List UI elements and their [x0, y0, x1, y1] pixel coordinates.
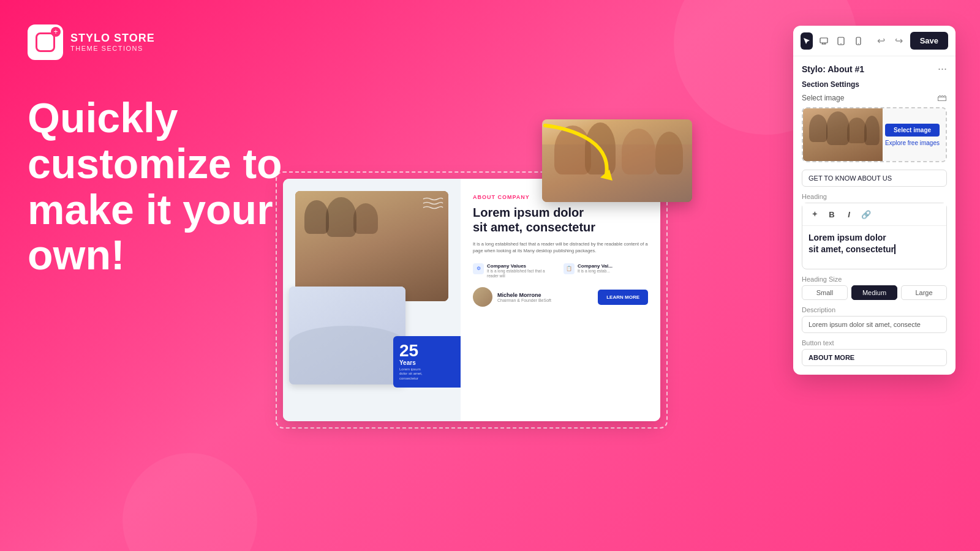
features-row: ⚙ Company Values It is a long establishe…: [473, 263, 648, 279]
select-image-label: Select image: [802, 94, 844, 102]
redo-button[interactable]: ↪: [892, 32, 905, 49]
button-text-label: Button text: [793, 339, 956, 349]
desktop-icon[interactable]: [818, 32, 830, 50]
panel-toolbar: ↩ ↪ Save: [793, 26, 956, 56]
preview-left: 25 Years Lorem ipsumdolor sit amet,conse…: [283, 179, 461, 421]
size-large-button[interactable]: Large: [901, 285, 947, 300]
preview-card: 25 Years Lorem ipsumdolor sit amet,conse…: [283, 179, 660, 421]
yellow-arrow: [533, 119, 619, 195]
heading-label: Heading: [793, 193, 956, 203]
select-image-row: Select image 🗃: [793, 92, 956, 107]
mobile-icon[interactable]: [852, 32, 864, 50]
italic-button[interactable]: I: [842, 207, 856, 222]
size-medium-button[interactable]: Medium: [851, 285, 897, 300]
database-icon: 🗃: [937, 92, 947, 103]
feature-item-1: ⚙ Company Values It is a long establishe…: [473, 263, 557, 279]
save-button[interactable]: Save: [910, 32, 948, 50]
magic-icon[interactable]: ✦: [807, 207, 822, 222]
link-button[interactable]: 🔗: [859, 207, 873, 222]
logo-text: STYLO STORE THEME SECTIONS: [70, 32, 155, 52]
button-text-input[interactable]: ABOUT MORE: [802, 349, 947, 366]
image-upload-inner: Select image Explore free images: [803, 108, 946, 161]
person-avatar: [473, 287, 492, 307]
upload-photo-strip: [803, 108, 883, 161]
description-input[interactable]: Lorem ipsum dolor sit amet, consecte: [802, 316, 947, 333]
people-group-image: [295, 191, 448, 301]
bold-button[interactable]: B: [824, 207, 839, 222]
feature-icon-1: ⚙: [473, 263, 484, 274]
heading-editor[interactable]: ✦ B I 🔗 Lorem ipsum dolorsit amet, conse…: [802, 203, 947, 269]
description-label: Description: [793, 306, 956, 316]
preview-image-top: [295, 191, 448, 301]
settings-panel: ↩ ↪ Save Stylo: About #1 ··· Section Set…: [793, 26, 956, 375]
person-row: Michele Morrone Chairman & Founder BeSof…: [473, 287, 648, 307]
preview-image-bottom-fill: [289, 287, 405, 384]
undo-button[interactable]: ↩: [875, 32, 888, 49]
photo-people: [803, 108, 883, 161]
heading-size-row: Small Medium Large: [793, 285, 956, 306]
panel-more-button[interactable]: ···: [938, 62, 947, 75]
tablet-icon[interactable]: [835, 32, 847, 50]
learn-more-button[interactable]: LEARN MORE: [598, 290, 648, 305]
svg-rect-1: [820, 38, 827, 43]
section-settings-label: Section Settings: [793, 75, 956, 92]
preview-container: 25 Years Lorem ipsumdolor sit amet,conse…: [276, 171, 668, 429]
years-badge: 25 Years Lorem ipsumdolor sit amet,conse…: [393, 336, 461, 388]
person-info: Michele Morrone Chairman & Founder BeSof…: [497, 292, 551, 302]
panel-header: Stylo: About #1 ···: [793, 56, 956, 75]
upload-buttons: Select image Explore free images: [885, 124, 940, 146]
feature-icon-2: 📋: [564, 263, 575, 274]
feature-item-2: 📋 Company Val... It is a long estab...: [564, 263, 648, 279]
explore-images-link[interactable]: Explore free images: [885, 140, 940, 146]
heading-size-label: Heading Size: [793, 276, 956, 285]
size-small-button[interactable]: Small: [802, 285, 848, 300]
preview-image-bottom: [289, 287, 405, 384]
select-image-button[interactable]: Select image: [885, 124, 940, 137]
rich-text-toolbar: ✦ B I 🔗: [802, 203, 946, 226]
logo-icon: [28, 24, 63, 60]
svg-point-6: [841, 43, 842, 43]
logo-subtitle: THEME SECTIONS: [70, 45, 155, 52]
heading-editor-content[interactable]: Lorem ipsum dolorsit amet, consectetur: [802, 226, 946, 269]
logo-title: STYLO STORE: [70, 32, 155, 45]
svg-point-8: [858, 43, 859, 43]
cursor-tool-icon[interactable]: [801, 32, 813, 50]
panel-title: Stylo: About #1: [802, 64, 864, 74]
subheading-input[interactable]: GET TO KNOW ABOUT US: [802, 170, 947, 187]
logo-area: STYLO STORE THEME SECTIONS: [28, 24, 155, 60]
preview-right: ABOUT COMPANY Lorem ipsum dolorsit amet,…: [461, 179, 660, 421]
image-upload-area[interactable]: Select image Explore free images: [802, 107, 947, 162]
